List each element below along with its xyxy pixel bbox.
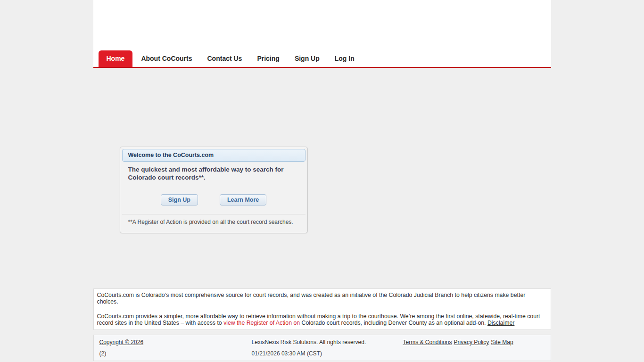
footer-bar: Copyright © 2026 (2) LexisNexis Risk Sol…: [93, 335, 551, 361]
nav-item-about-cocourts[interactable]: About CoCourts: [134, 50, 198, 67]
main-navigation: Home About CoCourts Contact Us Pricing S…: [99, 50, 361, 67]
nav-item-log-in[interactable]: Log In: [328, 50, 361, 67]
footer-left-column: Copyright © 2026 (2): [94, 338, 246, 357]
nav-item-pricing[interactable]: Pricing: [250, 50, 286, 67]
welcome-panel-title: Welcome to the CoCourts.com: [122, 149, 305, 162]
register-of-action-link[interactable]: view the Register of Action on: [223, 320, 300, 326]
nav-item-contact-us[interactable]: Contact Us: [201, 50, 249, 67]
site-description-box: CoCourts.com is Colorado’s most comprehe…: [93, 288, 551, 330]
welcome-button-row: Sign Up Learn More: [122, 194, 305, 206]
privacy-policy-link[interactable]: Privacy Policy: [454, 339, 489, 346]
copyright-link[interactable]: Copyright © 2026: [99, 339, 144, 346]
terms-conditions-link[interactable]: Terms & Conditions: [403, 339, 452, 346]
welcome-footnote: **A Register of Action is provided on al…: [122, 214, 305, 231]
footer-center-column: LexisNexis Risk Solutions. All rights re…: [246, 338, 398, 357]
welcome-panel-text: The quickest and most affordable way to …: [122, 162, 299, 181]
disclaimer-link[interactable]: Disclaimer: [487, 320, 514, 326]
footer-timestamp: 01/21/2026 03:30 AM (CST): [252, 350, 398, 357]
footer-note: (2): [99, 350, 246, 357]
learn-more-button[interactable]: Learn More: [220, 194, 266, 206]
nav-item-sign-up[interactable]: Sign Up: [288, 50, 326, 67]
sign-up-button[interactable]: Sign Up: [161, 194, 198, 206]
company-credit: LexisNexis Risk Solutions. All rights re…: [252, 339, 398, 346]
welcome-panel: Welcome to the CoCourts.com The quickest…: [120, 147, 308, 233]
site-header: Home About CoCourts Contact Us Pricing S…: [93, 0, 551, 68]
page-container: Home About CoCourts Contact Us Pricing S…: [93, 0, 551, 362]
site-map-link[interactable]: Site Map: [491, 339, 513, 346]
site-description-paragraph-2: CoCourts.com provides a simpler, more af…: [97, 313, 547, 326]
footer-links: Terms & ConditionsPrivacy PolicySite Map: [398, 338, 551, 357]
nav-tab-home[interactable]: Home: [99, 50, 133, 67]
site-description-paragraph-1: CoCourts.com is Colorado’s most comprehe…: [97, 292, 547, 305]
main-content: Welcome to the CoCourts.com The quickest…: [93, 68, 551, 288]
paragraph2-text-after: Colorado court records, including Denver…: [300, 320, 487, 326]
